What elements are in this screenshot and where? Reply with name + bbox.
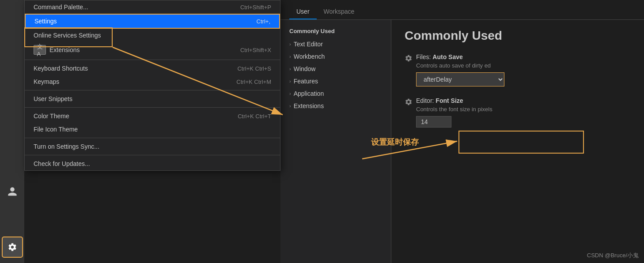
command-palette-shortcut: Ctrl+Shift+P	[240, 4, 271, 11]
color-theme-item[interactable]: Color Theme Ctrl+K Ctrl+T	[25, 109, 280, 123]
keyboard-shortcuts-shortcut: Ctrl+K Ctrl+S	[237, 65, 271, 72]
files-auto-save-desc: Controls auto save of dirty ed	[416, 62, 504, 69]
command-palette-item[interactable]: Command Palette... Ctrl+Shift+P	[25, 0, 280, 14]
nav-application-label: Application	[294, 90, 324, 97]
keymaps-shortcut: Ctrl+K Ctrl+M	[236, 79, 271, 85]
settings-panel: User Workspace Commonly Used › Text Edit…	[280, 0, 644, 263]
online-services-item[interactable]: Online Services Settings	[25, 29, 280, 42]
files-auto-save-label: Files: Auto Save	[416, 53, 504, 60]
settings-body: Commonly Used › Text Editor › Workbench …	[280, 20, 644, 263]
separator-2	[25, 90, 280, 90]
settings-nav: Commonly Used › Text Editor › Workbench …	[280, 20, 391, 263]
nav-workbench-label: Workbench	[294, 53, 325, 60]
nav-extensions[interactable]: › Extensions	[280, 100, 391, 112]
check-updates-item[interactable]: Check for Updates...	[25, 157, 280, 170]
settings-label: Settings	[34, 18, 57, 25]
keymaps-label: Keymaps	[34, 78, 59, 85]
dropdown-menu: Command Palette... Ctrl+Shift+P Settings…	[24, 0, 280, 171]
sidebar	[0, 0, 24, 263]
settings-sync-item[interactable]: Turn on Settings Sync...	[25, 140, 280, 153]
keyboard-shortcuts-label: Keyboard Shortcuts	[34, 65, 88, 72]
nav-commonly-used-header: Commonly Used	[280, 24, 391, 38]
account-icon[interactable]	[2, 181, 23, 202]
editor-font-size-desc: Controls the font size in pixels	[416, 106, 492, 113]
keymaps-item[interactable]: Keymaps Ctrl+K Ctrl+M	[25, 75, 280, 88]
chevron-application-icon: ›	[289, 91, 291, 96]
nav-text-editor-label: Text Editor	[294, 41, 323, 48]
files-auto-save-gear-icon[interactable]	[405, 54, 413, 64]
chevron-features-icon: ›	[289, 79, 291, 84]
settings-item[interactable]: Settings Ctrl+,	[25, 14, 280, 29]
settings-shortcut: Ctrl+,	[257, 18, 270, 25]
check-updates-label: Check for Updates...	[34, 160, 90, 167]
nav-workbench[interactable]: › Workbench	[280, 50, 391, 63]
nav-features[interactable]: › Features	[280, 75, 391, 87]
editor-font-size-item: Editor: Font Size Controls the font size…	[405, 97, 631, 128]
translate-icon: 文A	[34, 45, 46, 55]
color-theme-label: Color Theme	[34, 113, 69, 120]
online-services-label: Online Services Settings	[34, 32, 101, 39]
settings-content: Commonly Used Files: Auto Save Controls …	[391, 20, 644, 263]
files-auto-save-control: afterDelay off onFocusChange onWindowCha…	[416, 72, 504, 86]
chevron-workbench-icon: ›	[289, 54, 291, 59]
separator-1	[25, 60, 280, 60]
editor-font-size-gear-icon[interactable]	[405, 98, 413, 108]
extensions-label: Extensions	[49, 46, 80, 53]
extensions-shortcut: Ctrl+Shift+X	[240, 47, 271, 53]
tab-workspace[interactable]: Workspace	[317, 4, 362, 19]
tab-user[interactable]: User	[289, 4, 317, 19]
extensions-item[interactable]: 文A Extensions Ctrl+Shift+X	[25, 42, 280, 58]
nav-text-editor[interactable]: › Text Editor	[280, 38, 391, 50]
nav-extensions-label: Extensions	[294, 102, 324, 109]
nav-window-label: Window	[294, 65, 316, 72]
keyboard-shortcuts-item[interactable]: Keyboard Shortcuts Ctrl+K Ctrl+S	[25, 62, 280, 75]
separator-4	[25, 138, 280, 138]
files-auto-save-select[interactable]: afterDelay off onFocusChange onWindowCha…	[416, 72, 504, 86]
separator-3	[25, 107, 280, 108]
gear-icon[interactable]	[2, 237, 23, 258]
file-icon-theme-label: File Icon Theme	[34, 126, 78, 133]
editor-font-size-label: Editor: Font Size	[416, 97, 492, 104]
nav-application[interactable]: › Application	[280, 87, 391, 100]
csdn-watermark: CSDN @Bruce/小鬼	[587, 252, 639, 259]
chevron-text-editor-icon: ›	[289, 41, 291, 47]
files-auto-save-item: Files: Auto Save Controls auto save of d…	[405, 53, 631, 86]
editor-font-size-control	[416, 116, 451, 128]
color-theme-shortcut: Ctrl+K Ctrl+T	[238, 113, 271, 120]
nav-window[interactable]: › Window	[280, 63, 391, 75]
content-title: Commonly Used	[405, 29, 631, 43]
editor-font-size-input[interactable]	[416, 116, 451, 128]
user-snippets-label: User Snippets	[34, 95, 72, 102]
chevron-window-icon: ›	[289, 66, 291, 71]
settings-sync-label: Turn on Settings Sync...	[34, 143, 99, 150]
nav-features-label: Features	[294, 78, 318, 85]
command-palette-label: Command Palette...	[34, 4, 88, 11]
chevron-extensions-icon: ›	[289, 103, 291, 109]
separator-5	[25, 155, 280, 155]
settings-tabs: User Workspace	[280, 0, 644, 20]
user-snippets-item[interactable]: User Snippets	[25, 92, 280, 105]
file-icon-theme-item[interactable]: File Icon Theme	[25, 123, 280, 136]
